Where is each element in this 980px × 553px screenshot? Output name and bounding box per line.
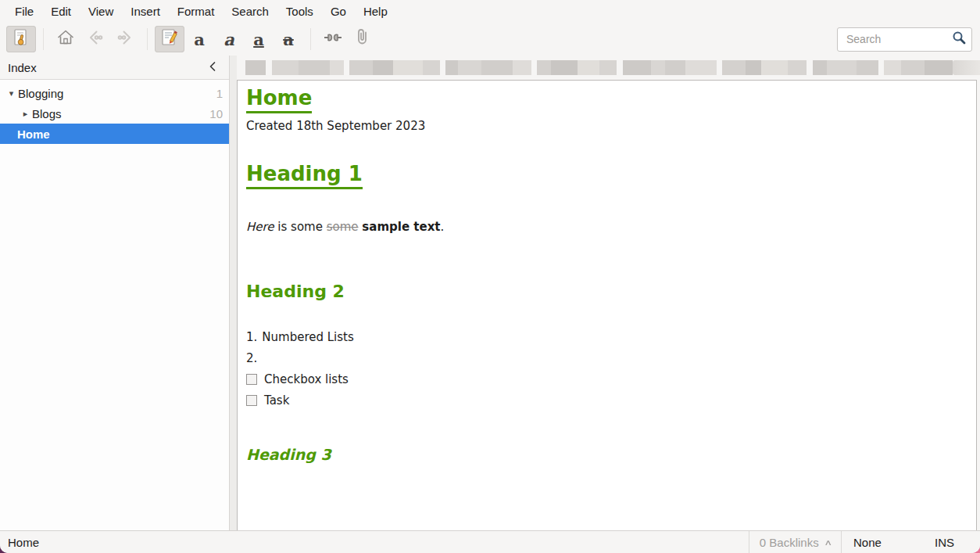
tree-item-label: Blogging [18, 87, 216, 100]
format-strike-button[interactable]: a [274, 26, 303, 52]
menu-help[interactable]: Help [355, 2, 396, 21]
search-input[interactable] [845, 32, 951, 46]
pathbar-block [458, 60, 481, 75]
checkbox-list-item: Checkbox lists [246, 369, 965, 390]
pathbar-block [330, 60, 344, 75]
expander-down-icon[interactable]: ▾ [5, 88, 18, 99]
status-bar: Home 0 Backlinks ∧ None INS [0, 530, 980, 553]
plain-text: . [440, 220, 444, 234]
pathbar-block [901, 60, 925, 75]
edit-page-button[interactable] [155, 26, 184, 52]
heading-3: Heading 3 [246, 447, 965, 462]
pathbar-block [344, 60, 349, 75]
status-current-page: Home [8, 536, 39, 549]
main-area: Index ▾ Blogging 1 ▸ Blogs [0, 56, 980, 530]
italic-text: Here [246, 220, 274, 234]
menu-format[interactable]: Format [169, 2, 224, 21]
home-icon [55, 27, 76, 51]
toolbar-separator [310, 28, 311, 50]
toggle-editable-button[interactable] [6, 26, 36, 52]
checkbox-unchecked-icon[interactable] [246, 374, 257, 385]
attach-file-button[interactable] [348, 26, 377, 52]
pathbar-block [722, 60, 746, 75]
menu-file[interactable]: File [6, 2, 42, 21]
tree-item-label: Blogs [32, 107, 209, 120]
status-selection-state: None [842, 536, 935, 549]
italic-a-icon: a [224, 31, 234, 48]
menu-view[interactable]: View [80, 2, 122, 21]
menu-go[interactable]: Go [322, 2, 355, 21]
forward-button[interactable] [110, 26, 140, 52]
pathbar-block [393, 60, 423, 75]
pathbar-block [423, 60, 440, 75]
pathbar-block [373, 60, 393, 75]
tree-item-count: 1 [216, 87, 223, 100]
list-item-text: Task [264, 390, 289, 411]
pathbar-block [651, 60, 665, 75]
sidebar-splitter[interactable] [229, 56, 237, 530]
strikethrough-text: some [327, 220, 359, 234]
backlinks-button[interactable]: 0 Backlinks ∧ [749, 531, 842, 553]
content-list: 1. Numbered Lists 2. Checkbox lists Task [246, 327, 965, 411]
page-index-tree: ▾ Blogging 1 ▸ Blogs 10 Home [0, 80, 229, 530]
home-button[interactable] [51, 26, 80, 52]
forward-arrow-icon [115, 27, 135, 51]
page-editor[interactable]: Home Created 18th September 2023 Heading… [237, 80, 977, 530]
pathbar-block [878, 60, 884, 75]
pathbar-block [813, 60, 827, 75]
link-icon [323, 27, 343, 51]
pathbar [237, 56, 980, 80]
insert-link-button[interactable] [318, 26, 348, 52]
menu-search[interactable]: Search [223, 2, 277, 21]
format-mark-button[interactable]: a [244, 26, 274, 52]
app-window: File Edit View Insert Format Search Tool… [0, 0, 980, 553]
format-emphasis-button[interactable]: a [214, 26, 244, 52]
menu-tools[interactable]: Tools [277, 2, 322, 21]
heading-1-wrap: Heading 1 [246, 163, 965, 189]
list-number: 1. [246, 327, 257, 348]
pathbar-block [445, 60, 458, 75]
pathbar-block [665, 60, 685, 75]
pathbar-redacted-content[interactable] [245, 60, 980, 75]
numbered-list-item: 1. Numbered Lists [246, 327, 965, 348]
expander-right-icon[interactable]: ▸ [19, 109, 32, 119]
tree-item-blogging[interactable]: ▾ Blogging 1 [0, 83, 229, 103]
pathbar-block [617, 60, 623, 75]
chevron-left-icon [206, 60, 219, 75]
sidebar-index-pane: Index ▾ Blogging 1 ▸ Blogs [0, 56, 229, 530]
heading-1: Heading 1 [246, 163, 363, 189]
pathbar-block [953, 60, 980, 75]
list-item-text: Checkbox lists [264, 369, 349, 390]
page-hand-icon [11, 27, 31, 51]
pathbar-block [245, 60, 266, 75]
strikethrough-a-icon: a [283, 31, 294, 48]
page-title: Home [246, 87, 312, 113]
pathbar-block [599, 60, 617, 75]
sample-sentence: Here is some some sample text. [246, 220, 965, 234]
format-strong-button[interactable]: a [184, 26, 214, 52]
menu-bar: File Edit View Insert Format Search Tool… [0, 0, 980, 23]
menu-edit[interactable]: Edit [42, 2, 80, 21]
collapse-sidebar-button[interactable] [204, 59, 221, 76]
menu-insert[interactable]: Insert [122, 2, 169, 21]
pathbar-block [761, 60, 788, 75]
back-button[interactable] [80, 26, 110, 52]
bold-a-icon: a [194, 31, 205, 48]
pathbar-block [827, 60, 857, 75]
pathbar-block [746, 60, 761, 75]
pathbar-block [788, 60, 807, 75]
checkbox-unchecked-icon[interactable] [246, 395, 257, 406]
pathbar-block [349, 60, 373, 75]
paperclip-icon [352, 27, 373, 51]
toolbar-separator [43, 28, 44, 50]
heading-2: Heading 2 [246, 283, 965, 300]
pathbar-block [578, 60, 599, 75]
tree-item-home[interactable]: Home [0, 124, 229, 144]
pathbar-block [925, 60, 953, 75]
search-icon[interactable] [951, 30, 967, 48]
sidebar-header: Index [0, 56, 229, 80]
pathbar-block [623, 60, 651, 75]
pathbar-block [537, 60, 551, 75]
tree-item-blogs[interactable]: ▸ Blogs 10 [0, 103, 229, 124]
bold-text: sample text [362, 220, 440, 234]
